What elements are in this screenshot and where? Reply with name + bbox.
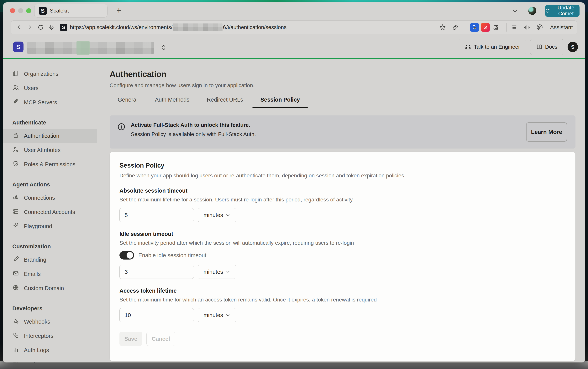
- reload-icon[interactable]: [37, 23, 44, 31]
- user-gear-icon: [12, 146, 19, 154]
- idle-timeout-description: Set the inactivity period after which th…: [119, 240, 566, 246]
- minimize-window-button[interactable]: [18, 8, 23, 13]
- sidebar-item-emails[interactable]: Emails: [3, 267, 97, 281]
- access-token-input[interactable]: [119, 308, 194, 322]
- sparkle-icon: [12, 222, 19, 230]
- extension-icon[interactable]: [481, 23, 490, 32]
- browser-window: S Scalekit + Update Comet S https://ap: [3, 2, 585, 362]
- sidebar-item-connections[interactable]: Connections: [3, 191, 97, 205]
- sidebar-item-auth-logs[interactable]: Auth Logs: [3, 343, 97, 357]
- headphones-icon: [465, 44, 471, 50]
- idle-timeout-label: Idle session timeout: [119, 231, 566, 237]
- main-content: Authentication Configure and manage how …: [97, 59, 585, 362]
- browser-tab[interactable]: S Scalekit: [34, 4, 107, 18]
- banner-body: Session Policy is available only with Fu…: [131, 131, 256, 137]
- absolute-timeout-description: Set the maximum lifetime for a session. …: [119, 197, 566, 203]
- sidebar-item-custom-domain[interactable]: Custom Domain: [3, 281, 97, 295]
- puzzle-extension-icon[interactable]: [492, 23, 499, 31]
- interceptor-icon: [12, 332, 19, 340]
- forward-icon[interactable]: [26, 23, 34, 31]
- toggle-knob: [126, 252, 133, 259]
- sidebar-item-user-attributes[interactable]: User Attributes: [3, 143, 97, 157]
- sidebar-item-mcp-servers[interactable]: MCP Servers: [3, 95, 97, 110]
- sidebar-item-webhooks[interactable]: Webhooks: [3, 315, 97, 329]
- sidebar-item-interceptors[interactable]: Interceptors: [3, 329, 97, 343]
- sidebar-nav: Organizations Users MCP Servers Authenti…: [3, 59, 97, 362]
- feature-lock-banner: Activate Full-Stack Auth to unlock this …: [110, 115, 576, 149]
- address-bar[interactable]: S https://app.scalekit.cloud/ws/environm…: [11, 20, 577, 34]
- idle-timeout-toggle[interactable]: [119, 251, 134, 259]
- talk-to-engineer-button[interactable]: Talk to an Engineer: [459, 39, 526, 55]
- browser-tab-bar: S Scalekit + Update Comet: [3, 2, 585, 19]
- banner-title: Activate Full-Stack Auth to unlock this …: [131, 122, 256, 128]
- scalekit-logo: S: [13, 41, 23, 52]
- reader-lines-icon[interactable]: [510, 23, 518, 31]
- tab-title: Scalekit: [50, 8, 69, 14]
- absolute-timeout-unit-select[interactable]: minutes: [198, 208, 236, 222]
- idle-timeout-unit-select[interactable]: minutes: [198, 265, 236, 279]
- learn-more-button[interactable]: Learn More: [526, 122, 567, 142]
- zoom-window-button[interactable]: [26, 8, 31, 13]
- users-icon: [12, 84, 19, 92]
- assistant-icon[interactable]: [536, 23, 544, 31]
- workspace-name-redacted: [27, 42, 154, 54]
- shield-check-icon: [12, 160, 19, 169]
- tab-session-policy[interactable]: Session Policy: [252, 97, 308, 108]
- password-extension-icon[interactable]: [470, 23, 479, 32]
- close-window-button[interactable]: [10, 8, 15, 13]
- sidebar-item-authentication[interactable]: Authentication: [3, 129, 97, 143]
- globe-icon: [12, 284, 19, 292]
- chevron-down-icon[interactable]: [511, 8, 518, 15]
- site-favicon: S: [60, 24, 67, 31]
- access-token-unit-select[interactable]: minutes: [198, 308, 236, 322]
- user-avatar[interactable]: S: [567, 42, 578, 52]
- voice-waveform-icon[interactable]: [523, 23, 531, 31]
- tab-redirect-urls[interactable]: Redirect URLs: [199, 97, 251, 108]
- sidebar-item-connected-accounts[interactable]: Connected Accounts: [3, 205, 97, 219]
- assistant-label[interactable]: Assistant: [550, 24, 573, 30]
- tab-general[interactable]: General: [110, 97, 146, 108]
- save-button[interactable]: Save: [119, 332, 142, 346]
- copy-link-icon[interactable]: [452, 23, 459, 31]
- bookmark-star-icon[interactable]: [439, 23, 446, 31]
- update-comet-button[interactable]: Update Comet: [545, 5, 579, 17]
- sidebar-section-customization: Customization: [3, 240, 97, 253]
- chevron-down-icon: [225, 269, 231, 274]
- paintbrush-icon: [12, 256, 19, 264]
- sidebar-item-settings[interactable]: Settings: [3, 357, 97, 362]
- docs-button[interactable]: Docs: [530, 39, 563, 55]
- lock-icon: [12, 132, 19, 140]
- microphone-icon[interactable]: [48, 23, 55, 31]
- stacked-cards-icon: [12, 208, 19, 216]
- idle-timeout-input[interactable]: [119, 265, 194, 279]
- access-token-description: Set the maximum time for which an access…: [119, 297, 566, 303]
- new-tab-button[interactable]: +: [114, 6, 124, 16]
- profile-avatar-orb[interactable]: [528, 7, 536, 15]
- sidebar-item-users[interactable]: Users: [3, 81, 97, 95]
- sliders-icon: [12, 360, 19, 363]
- absolute-timeout-input[interactable]: [119, 208, 194, 222]
- access-token-label: Access token lifetime: [119, 288, 566, 294]
- environment-badge-redacted: [76, 41, 90, 55]
- selector-chevrons-icon: [161, 44, 167, 52]
- cancel-button[interactable]: Cancel: [147, 332, 175, 346]
- book-icon: [536, 44, 542, 50]
- back-icon[interactable]: [15, 23, 23, 31]
- session-policy-card: Session Policy Define when your app shou…: [110, 152, 576, 361]
- workspace-selector[interactable]: [27, 42, 167, 54]
- page-title: Authentication: [110, 70, 576, 79]
- sidebar-section-authenticate: Authenticate: [3, 116, 97, 129]
- desktop-shade: [0, 361, 588, 369]
- browser-toolbar: S https://app.scalekit.cloud/ws/environm…: [3, 19, 585, 36]
- building-icon: [12, 70, 19, 78]
- sidebar-item-roles-permissions[interactable]: Roles & Permissions: [3, 157, 97, 171]
- divider: [506, 23, 506, 31]
- sidebar-item-playground[interactable]: Playground: [3, 219, 97, 233]
- tab-auth-methods[interactable]: Auth Methods: [147, 97, 198, 108]
- sidebar-item-branding[interactable]: Branding: [3, 253, 97, 267]
- card-title: Session Policy: [119, 162, 566, 169]
- page-subtitle: Configure and manage how users sign in t…: [110, 82, 576, 89]
- webhook-icon: [12, 318, 19, 326]
- sidebar-item-organizations[interactable]: Organizations: [3, 67, 97, 81]
- envelope-icon: [12, 270, 19, 278]
